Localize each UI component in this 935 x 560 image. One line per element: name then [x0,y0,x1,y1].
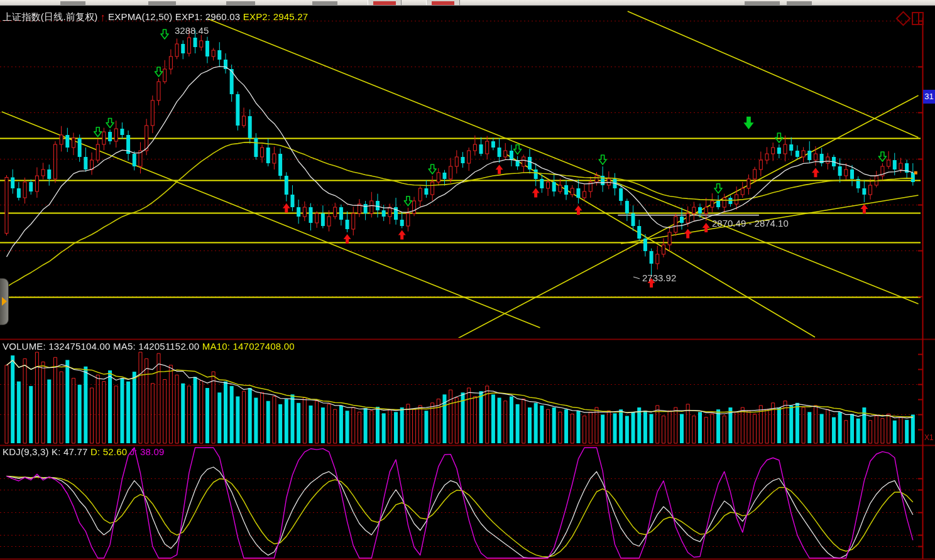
toolbar-item-stub[interactable] [226,1,255,5]
top-toolbar-clipped[interactable] [0,0,935,6]
kdj-d-value: D: 52.60 [90,446,127,457]
volume-ma10-value: MA10: 147027408.00 [202,341,295,352]
chevron-right-icon [2,297,7,306]
toolbar-item-stub[interactable] [60,1,85,5]
trading-terminal-window: 上证指数(日线.前复权) ↑ EXPMA(12,50) EXP1: 2960.0… [0,0,935,560]
price-volume-kdj-chart-canvas[interactable] [0,0,935,560]
volume-value: VOLUME: 132475104.00 [3,341,111,352]
main-chart-header: 上证指数(日线.前复权) ↑ EXPMA(12,50) EXP1: 2960.0… [3,11,308,23]
price-position-badge: 31 [923,90,935,104]
buy-signal-arrow-icon: ↑ [101,11,106,22]
toolbar-item-stub[interactable] [148,1,176,5]
expand-left-panel-handle[interactable] [0,278,9,325]
toolbar-item-stub[interactable] [745,1,780,5]
symbol-title: 上证指数(日线.前复权) [3,11,98,22]
split-window-icon[interactable] [912,12,924,25]
peak-price-annotation: 3288.45 [175,25,209,36]
trough-price-annotation: 2733.92 [642,272,676,283]
range-price-annotation: 2870.49 - 2874.10 [712,218,789,229]
indicator-label[interactable]: EXPMA(12,50) [108,11,172,22]
volume-axis-scale-label: X1 [924,433,934,442]
volume-pane-header: VOLUME: 132475104.00 MA5: 142051152.00 M… [3,341,295,352]
volume-ma5-value: MA5: 142051152.00 [113,341,199,352]
exp2-value: EXP2: 2945.27 [243,11,309,22]
kdj-k-value: K: 47.77 [52,446,87,457]
toolbar-button-stub[interactable] [426,0,460,5]
toolbar-item-stub[interactable] [312,1,337,5]
toolbar-button-stub[interactable] [368,0,402,5]
kdj-j-value: J: 38.09 [130,446,165,457]
kdj-label[interactable]: KDJ(9,3,3) [3,446,49,457]
toolbar-item-stub[interactable] [787,1,812,5]
kdj-pane-header: KDJ(9,3,3) K: 47.77 D: 52.60 J: 38.09 [3,446,165,457]
exp1-value: EXP1: 2960.03 [175,11,241,22]
